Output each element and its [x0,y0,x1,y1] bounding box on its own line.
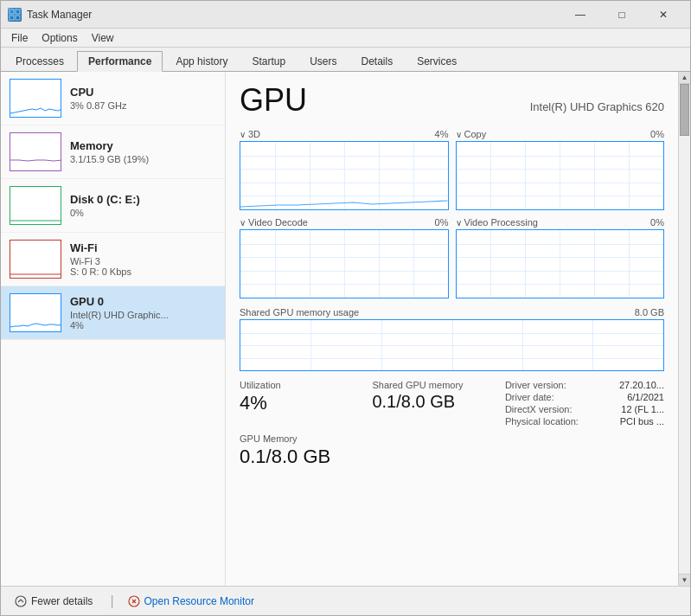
wifi-title: Wi-Fi [70,241,131,254]
menu-bar: File Options View [1,29,690,48]
tab-details[interactable]: Details [349,51,404,71]
chart-vproc-pct: 0% [650,217,664,228]
open-resource-monitor-link[interactable]: Open Resource Monitor [128,595,254,607]
footer-divider: | [110,594,113,609]
wifi-name: Wi-Fi 3 [70,256,131,266]
shared-mem-label: Shared GPU memory usage [240,307,359,318]
gpu-sidebar-title: GPU 0 [70,295,169,308]
window-controls: — □ ✕ [560,3,683,27]
memory-usage: 3.1/15.9 GB (19%) [70,154,149,164]
sidebar: CPU 3% 0.87 GHz Memory 3.1/15.9 GB (19%) [1,72,226,586]
tab-processes[interactable]: Processes [4,51,75,71]
disk-info: Disk 0 (C: E:) 0% [70,193,140,218]
chart-3d-pct: 4% [435,129,449,139]
memory-info: Memory 3.1/15.9 GB (19%) [70,139,149,164]
svg-rect-0 [10,10,14,14]
chart-3d-chevron: ∨ [240,130,246,139]
chart-vdecode-box [240,229,449,298]
close-button[interactable]: ✕ [643,3,683,27]
disk-usage: 0% [70,208,140,218]
tab-performance[interactable]: Performance [77,51,163,72]
minimize-button[interactable]: — [560,3,600,27]
shared-mem-chart [240,319,664,371]
svg-rect-3 [16,16,20,20]
fewer-details-label: Fewer details [31,595,93,607]
svg-rect-2 [10,16,14,20]
gpu-mem-stat: GPU Memory 0.1/8.0 GB [240,433,664,468]
chart-video-decode: ∨ Video Decode 0% [240,217,449,298]
scrollbar-thumb[interactable] [680,84,689,136]
chart-vdecode-pct: 0% [435,217,449,228]
directx-label: DirectX version: [505,404,573,414]
gpu-thumbnail [10,293,61,332]
chart-vproc-chevron: ∨ [456,218,462,228]
gpu-sidebar-usage: 4% [70,320,169,330]
physical-label: Physical location: [505,416,579,427]
right-panel-wrapper: GPU Intel(R) UHD Graphics 620 ∨ 3D 4% [226,72,690,586]
chart-copy-title: Copy [464,129,487,139]
wifi-thumbnail [10,240,61,279]
chart-vproc-label-row: ∨ Video Processing 0% [456,217,665,228]
physical-row: Physical location: PCI bus ... [505,416,664,427]
utilization-stat: Utilization 4% [240,380,372,427]
shared-mem-stat-value: 0.1/8.0 GB [372,392,504,412]
charts-grid: ∨ 3D 4% [240,129,664,298]
memory-title: Memory [70,139,149,152]
cpu-usage: 3% 0.87 GHz [70,100,126,111]
scrollbar-down-arrow[interactable]: ▼ [679,574,690,586]
tab-bar: Processes Performance App history Startu… [1,48,690,72]
chart-vdecode-label: ∨ Video Decode [240,217,308,228]
cpu-thumbnail [10,79,61,118]
maximize-button[interactable]: □ [602,3,642,27]
shared-mem-label-row: Shared GPU memory usage 8.0 GB [240,307,664,318]
chart-vproc-label: ∨ Video Processing [456,217,538,228]
scrollbar-track [679,84,690,574]
chart-vproc-box [456,229,665,298]
shared-mem-value: 8.0 GB [635,307,664,318]
gpu-sidebar-info: GPU 0 Intel(R) UHD Graphic... 4% [70,295,169,330]
chart-3d-label-row: ∨ 3D 4% [240,129,449,139]
fewer-details-button[interactable]: Fewer details [11,594,96,609]
chart-3d-title: 3D [248,129,260,139]
svg-point-4 [16,596,26,606]
sidebar-item-gpu[interactable]: GPU 0 Intel(R) UHD Graphic... 4% [1,286,225,340]
chart-copy-grid [457,142,664,209]
chart-copy-pct: 0% [650,129,664,139]
sidebar-item-cpu[interactable]: CPU 3% 0.87 GHz [1,72,225,125]
chart-3d-label: ∨ 3D [240,129,260,139]
sidebar-item-wifi[interactable]: Wi-Fi Wi-Fi 3 S: 0 R: 0 Kbps [1,233,225,286]
tab-startup[interactable]: Startup [240,51,297,71]
app-icon [8,8,22,22]
driver-version-row: Driver version: 27.20.10... [505,380,664,390]
disk-title: Disk 0 (C: E:) [70,193,140,206]
chart-video-processing: ∨ Video Processing 0% [456,217,665,298]
tab-app-history[interactable]: App history [164,51,239,71]
menu-options[interactable]: Options [35,30,84,46]
menu-file[interactable]: File [4,30,35,46]
menu-view[interactable]: View [85,30,121,46]
vertical-scrollbar[interactable]: ▲ ▼ [678,72,690,586]
task-manager-window: Task Manager — □ ✕ File Options View Pro… [0,0,691,616]
gpu-sidebar-model: Intel(R) UHD Graphic... [70,310,169,320]
stats-section: Utilization 4% Shared GPU memory 0.1/8.0… [240,380,664,427]
driver-version-label: Driver version: [505,380,566,390]
tab-users[interactable]: Users [298,51,348,71]
svg-rect-1 [16,10,20,14]
main-content: CPU 3% 0.87 GHz Memory 3.1/15.9 GB (19%) [1,72,690,586]
gpu-mem-value: 0.1/8.0 GB [240,446,664,468]
driver-date-row: Driver date: 6/1/2021 [505,392,664,402]
resource-monitor-icon [128,595,140,607]
sidebar-item-memory[interactable]: Memory 3.1/15.9 GB (19%) [1,125,225,179]
cpu-title: CPU [70,86,126,99]
driver-date-value: 6/1/2021 [627,392,664,402]
chart-vdecode-chevron: ∨ [240,218,246,228]
chart-vdecode-grid [240,230,448,298]
detail-group: Driver version: 27.20.10... Driver date:… [505,380,664,427]
scrollbar-up-arrow[interactable]: ▲ [679,72,690,84]
tab-services[interactable]: Services [406,51,468,71]
sidebar-item-disk[interactable]: Disk 0 (C: E:) 0% [1,179,225,233]
gpu-mem-label: GPU Memory [240,433,664,444]
chart-vproc-title: Video Processing [464,217,538,228]
wifi-speed: S: 0 R: 0 Kbps [70,266,131,277]
util-label: Utilization [240,380,372,390]
